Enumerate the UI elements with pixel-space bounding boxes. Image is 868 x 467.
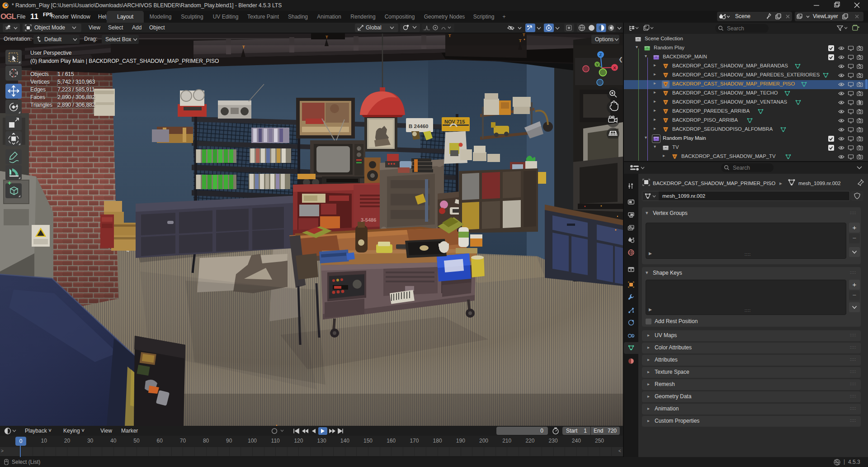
svg-text:X: X [613,65,616,70]
svg-text:Y: Y [596,62,599,67]
svg-text:B 24460: B 24460 [409,124,428,129]
svg-text:T: T [242,45,245,49]
svg-text:Z: Z [599,52,602,57]
